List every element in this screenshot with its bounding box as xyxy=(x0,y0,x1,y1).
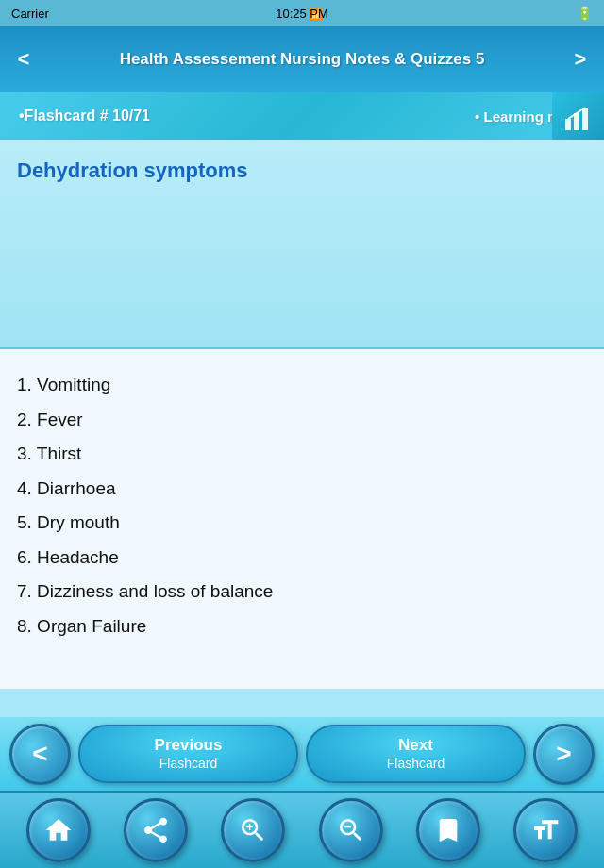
home-tab-button[interactable] xyxy=(26,798,91,862)
zoom-out-icon xyxy=(336,815,366,845)
symptom-item: 1. Vomitting xyxy=(17,368,587,403)
header-forward-button[interactable]: > xyxy=(566,40,595,79)
card-top-section: Dehydration symptoms xyxy=(0,140,604,347)
symptom-item: 4. Diarrhoea xyxy=(17,472,587,507)
svg-rect-0 xyxy=(565,119,571,130)
font-icon xyxy=(530,815,561,845)
flashcard-info-bar: •Flashcard # 10/71 • Learning mode xyxy=(0,92,604,140)
symptom-list: 1. Vomitting2. Fever3. Thirst4. Diarrhoe… xyxy=(17,368,587,643)
flashcard-number: •Flashcard # 10/71 xyxy=(19,108,150,125)
bookmark-tab-button[interactable] xyxy=(416,798,480,862)
header-title: Health Assessement Nursing Notes & Quizz… xyxy=(38,49,566,70)
card-title: Dehydration symptoms xyxy=(17,159,587,183)
share-icon xyxy=(141,815,171,845)
previous-label: Previous xyxy=(155,736,223,755)
symptom-item: 8. Organ Failure xyxy=(17,609,587,644)
symptom-item: 3. Thirst xyxy=(17,437,587,472)
font-tab-button[interactable] xyxy=(513,798,578,862)
next-label: Next xyxy=(398,736,433,755)
flashcard-navigation: < Previous Flashcard Next Flashcard > xyxy=(0,717,604,791)
svg-rect-2 xyxy=(582,108,588,130)
nav-button-group: < Previous Flashcard Next Flashcard > xyxy=(0,716,604,793)
next-flashcard-button[interactable]: Next Flashcard xyxy=(306,725,526,783)
zoom-out-tab-button[interactable] xyxy=(319,798,383,862)
symptom-item: 2. Fever xyxy=(17,403,587,438)
share-tab-button[interactable] xyxy=(124,798,188,862)
chart-icon[interactable] xyxy=(552,92,604,144)
status-bar: Carrier 10:25 PM xyxy=(0,0,604,26)
battery-icon xyxy=(577,6,593,21)
carrier-text: Carrier xyxy=(11,7,49,21)
zoom-in-tab-button[interactable] xyxy=(221,798,285,862)
next-sub-label: Flashcard xyxy=(387,756,445,772)
time-display: 10:25 PM xyxy=(276,7,328,21)
right-arrow-icon: > xyxy=(556,741,571,767)
home-icon xyxy=(43,815,74,845)
left-arrow-icon: < xyxy=(32,741,47,767)
bookmark-icon xyxy=(433,815,463,845)
main-content: Dehydration symptoms 1. Vomitting2. Feve… xyxy=(0,140,604,689)
symptom-item: 7. Dizziness and loss of balance xyxy=(17,575,587,609)
symptom-item: 6. Headache xyxy=(17,541,587,576)
next-arrow-button[interactable]: > xyxy=(533,724,595,785)
header-back-button[interactable]: < xyxy=(9,40,38,79)
previous-flashcard-button[interactable]: Previous Flashcard xyxy=(78,725,298,783)
app-header: < Health Assessement Nursing Notes & Qui… xyxy=(0,26,604,92)
previous-arrow-button[interactable]: < xyxy=(9,724,71,785)
zoom-in-icon xyxy=(238,815,268,845)
tab-bar xyxy=(0,791,604,868)
card-bottom-section: 1. Vomitting2. Fever3. Thirst4. Diarrhoe… xyxy=(0,349,604,689)
symptom-item: 5. Dry mouth xyxy=(17,506,587,541)
svg-rect-1 xyxy=(574,113,579,130)
previous-sub-label: Flashcard xyxy=(159,756,217,772)
